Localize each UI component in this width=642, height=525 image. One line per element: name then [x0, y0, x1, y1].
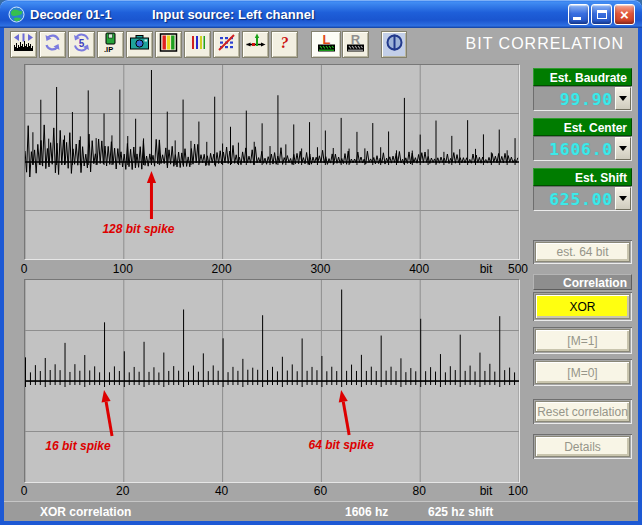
m0-button[interactable]: [M=0]	[535, 361, 630, 384]
estimate-lcd-value: 625.00	[534, 187, 615, 210]
svg-text:.IP: .IP	[104, 45, 113, 53]
lower-correlation-chart: 16 bit spike64 bit spike	[24, 279, 520, 483]
estimate-label: Est. Shift	[533, 168, 632, 186]
channel-r-icon: R	[345, 32, 366, 57]
axis-icon	[245, 32, 266, 57]
axis-tick-label: 40	[215, 484, 228, 498]
toolbar-button-left-channel[interactable]: L	[311, 31, 341, 58]
channel-l-icon: L	[316, 32, 337, 57]
svg-text:?: ?	[281, 34, 289, 51]
minimize-icon	[573, 17, 581, 20]
estimate-value-display: 99.90	[533, 86, 632, 111]
toolbar-button-help[interactable]: ?	[271, 31, 298, 58]
axis-tick-label: 80	[413, 484, 426, 498]
spike-annotation: 16 bit spike	[45, 390, 112, 453]
est-64-bit-frame: est. 64 bit	[533, 240, 632, 264]
estimate-lcd-value: 1606.0	[534, 137, 615, 160]
m1-button[interactable]: [M=1]	[535, 329, 630, 352]
app-window: Decoder 01-1 Input source: Left channel …	[0, 0, 642, 525]
estimate-block-2: Est. Shift625.00	[533, 168, 632, 211]
maximize-icon	[597, 10, 607, 19]
correlation-section-header: Correlation	[533, 274, 632, 290]
reset-correlation-button[interactable]: Reset correlation	[535, 401, 630, 422]
thin-bars-icon	[187, 32, 208, 57]
toolbar-button-table-off[interactable]	[213, 31, 240, 58]
axis-tick-label: 100	[113, 262, 133, 276]
details-button[interactable]: Details	[535, 436, 630, 457]
toolbar-button-snapshot[interactable]	[126, 31, 153, 58]
spike-annotation: 128 bit spike	[102, 171, 174, 236]
estimate-dropdown-button[interactable]	[615, 87, 631, 110]
spike-annotation: 64 bit spike	[308, 390, 374, 452]
axis-tick-label: 20	[116, 484, 129, 498]
spike-annotation-label: 64 bit spike	[308, 438, 374, 452]
view-heading: BIT CORRELATION	[466, 35, 624, 53]
details-frame: Details	[533, 434, 632, 459]
minimize-button[interactable]	[568, 4, 589, 25]
toolbar: BIT CORRELATION 5.IP?LR	[4, 28, 638, 60]
estimate-block-0: Est. Baudrate99.90	[533, 68, 632, 111]
lower-axis-labels: 020406080100bit	[24, 484, 524, 498]
estimate-label: Est. Center	[533, 118, 632, 136]
status-bar: XOR correlation 1606 hz 625 hz shift	[4, 501, 638, 521]
save-ip-icon: .IP	[100, 32, 121, 57]
toolbar-button-axis-setup[interactable]	[242, 31, 269, 58]
svg-text:5: 5	[79, 38, 85, 49]
axis-unit-label: bit	[480, 262, 493, 276]
input-source-label: Input source: Left channel	[152, 7, 315, 22]
upper-correlation-chart: 128 bit spike	[24, 64, 520, 260]
power-icon	[384, 32, 405, 57]
colored-bars-icon	[158, 32, 179, 57]
toolbar-button-right-channel[interactable]: R	[342, 31, 369, 58]
spike-annotation-label: 128 bit spike	[102, 222, 174, 236]
estimate-lcd-value: 99.90	[534, 87, 615, 110]
spike-annotation-label: 16 bit spike	[45, 439, 111, 453]
toolbar-button-spectrum-view[interactable]	[10, 31, 37, 58]
refresh-icon	[42, 32, 63, 57]
toolbar-button-color-lines[interactable]	[184, 31, 211, 58]
status-shift: 625 hz shift	[428, 505, 493, 519]
axis-tick-label: 400	[409, 262, 429, 276]
toolbar-button-phase[interactable]	[381, 31, 407, 58]
estimate-dropdown-button[interactable]	[615, 187, 631, 210]
maximize-button[interactable]	[591, 4, 612, 25]
chevron-down-icon	[619, 96, 627, 105]
axis-tick-label: 500	[508, 262, 528, 276]
title-bar[interactable]: Decoder 01-1 Input source: Left channel …	[0, 0, 642, 28]
toolbar-button-refresh[interactable]	[39, 31, 66, 58]
app-icon	[8, 6, 25, 23]
est-64-bit-button[interactable]: est. 64 bit	[535, 242, 630, 262]
right-panel: Est. Shift625.00Est. Center1606.0Est. Ba…	[530, 60, 638, 501]
table-cross-icon	[216, 32, 237, 57]
toolbar-button-refresh-5[interactable]: 5	[68, 31, 95, 58]
toolbar-button-colored-columns[interactable]	[155, 31, 182, 58]
m1-frame: [M=1]	[533, 327, 632, 354]
estimate-dropdown-button[interactable]	[615, 137, 631, 160]
spectrum-arrows-icon	[13, 32, 34, 57]
chevron-down-icon	[619, 146, 627, 155]
axis-tick-label: 0	[21, 262, 28, 276]
status-frequency: 1606 hz	[345, 505, 388, 519]
window-body: BIT CORRELATION 5.IP?LR 128 bit spike 01…	[4, 28, 638, 521]
axis-unit-label: bit	[480, 484, 493, 498]
question-icon: ?	[274, 32, 295, 57]
estimate-block-1: Est. Center1606.0	[533, 118, 632, 161]
upper-axis-labels: 0100200300400500bit	[24, 262, 524, 276]
axis-tick-label: 300	[310, 262, 330, 276]
camera-icon	[129, 32, 150, 57]
estimate-value-display: 625.00	[533, 186, 632, 211]
xor-button[interactable]: XOR	[535, 294, 630, 319]
axis-tick-label: 200	[212, 262, 232, 276]
axis-tick-label: 0	[21, 484, 28, 498]
main-area: 128 bit spike 0100200300400500bit 16 bit…	[4, 60, 638, 501]
m0-frame: [M=0]	[533, 359, 632, 386]
status-mode: XOR correlation	[40, 505, 131, 519]
reset-frame: Reset correlation	[533, 399, 632, 424]
refresh-5-icon: 5	[71, 32, 92, 57]
xor-frame: XOR	[533, 292, 632, 321]
toolbar-button-save-ip[interactable]: .IP	[97, 31, 124, 58]
close-button[interactable]: ×	[614, 4, 635, 25]
svg-text:L: L	[322, 32, 330, 47]
svg-text:R: R	[351, 32, 361, 47]
estimate-label: Est. Baudrate	[533, 68, 632, 86]
